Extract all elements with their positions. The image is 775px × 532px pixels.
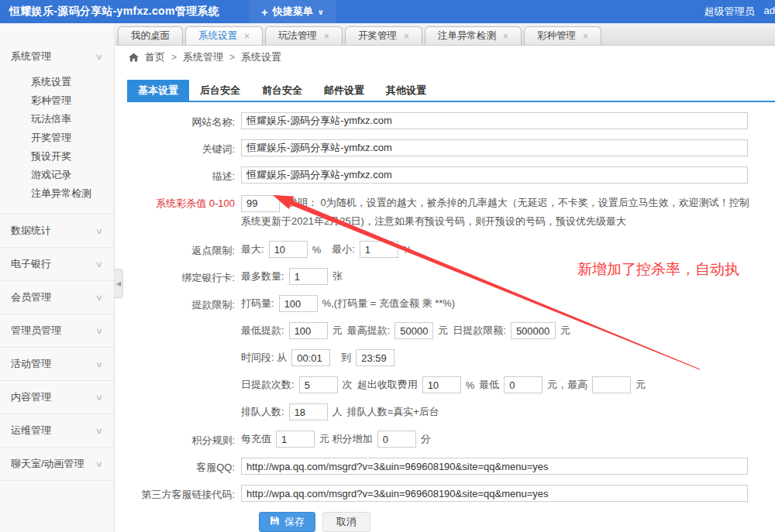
- breadcrumb: 首页 > 系统管理 > 系统设置: [115, 46, 775, 69]
- sidebar-group-contents-header[interactable]: 内容管理 ∨: [0, 381, 114, 414]
- queue-unit: 人: [332, 405, 343, 419]
- sidebar-group-label: 会员管理: [11, 290, 51, 304]
- chevron-down-icon: ∨: [95, 52, 103, 62]
- sidebar-group-ops-header[interactable]: 运维管理 ∨: [0, 414, 114, 447]
- keywords-input[interactable]: [241, 139, 748, 156]
- min-withdraw-unit: 元: [332, 324, 343, 338]
- quick-menu-label: 快捷菜单: [273, 5, 313, 19]
- website-name-input[interactable]: [241, 112, 748, 129]
- kill-value-note: 说明： 0为随机，设置的越大，被杀掉的几率越大（无延迟，不卡奖，设置后立马生效，…: [241, 197, 749, 227]
- tab-basic-settings[interactable]: 基本设置: [127, 80, 189, 101]
- third-party-row: 第三方客服链接代码:: [127, 485, 775, 502]
- third-party-input[interactable]: [241, 485, 748, 502]
- quick-menu-button[interactable]: + 快捷菜单 ∨: [249, 0, 336, 23]
- rebate-row: 返点限制: 最大: % 最小: %: [127, 241, 775, 258]
- tab-other-settings[interactable]: 其他设置: [375, 80, 437, 101]
- rebate-min-input[interactable]: [360, 241, 398, 258]
- points-mid-label: 元 积分增加: [319, 432, 373, 446]
- sidebar-group-admins-header[interactable]: 管理员管理 ∨: [0, 314, 114, 347]
- sidebar-group-label: 系统管理: [11, 50, 51, 63]
- sidebar-item-draw-manage[interactable]: 开奖管理: [0, 129, 114, 147]
- sidebar-group-members-header[interactable]: 会员管理 ∨: [0, 281, 114, 314]
- chevron-down-icon: ∨: [95, 326, 103, 336]
- tab-backend-security[interactable]: 后台安全: [189, 80, 251, 101]
- rebate-label: 返点限制:: [127, 241, 241, 258]
- sidebar-group-system: 系统管理 ∨ 系统设置 彩种管理 玩法倍率 开奖管理 预设开奖 游戏记录 注单异…: [0, 40, 114, 215]
- save-icon: [270, 516, 280, 528]
- bank-card-qty-input[interactable]: [289, 268, 328, 285]
- sidebar-item-lottery-manage[interactable]: 彩种管理: [0, 91, 114, 110]
- queue-empty-label: [127, 403, 241, 407]
- close-icon[interactable]: ×: [503, 32, 508, 41]
- rebate-max-input[interactable]: [269, 241, 308, 258]
- daily-times-unit: 次: [343, 378, 353, 392]
- tab-lottery-manage[interactable]: 彩种管理 ×: [524, 26, 601, 45]
- time-from-input[interactable]: [291, 349, 330, 366]
- tab-frontend-security[interactable]: 前台安全: [251, 80, 313, 101]
- fee-min-input[interactable]: [504, 376, 542, 393]
- tab-play-manage[interactable]: 玩法管理 ×: [265, 26, 343, 45]
- user-role[interactable]: 超级管理员: [704, 5, 755, 19]
- max-withdraw-label: 最高提款:: [347, 324, 391, 338]
- user-name[interactable]: ad: [764, 5, 775, 19]
- time-range-row: 时间段: 从 到: [127, 349, 775, 366]
- description-input[interactable]: [241, 166, 748, 184]
- daily-limit-input[interactable]: [511, 322, 556, 339]
- cancel-button[interactable]: 取消: [322, 512, 370, 532]
- sidebar-group-stats-header[interactable]: 数据统计 ∨: [0, 215, 114, 247]
- points-per-label: 每充值: [241, 432, 271, 446]
- breadcrumb-separator: >: [229, 52, 235, 63]
- points-per-input[interactable]: [276, 431, 315, 448]
- sidebar-item-preset-draw[interactable]: 预设开奖: [0, 147, 114, 166]
- tab-draw-manage[interactable]: 开奖管理 ×: [345, 26, 422, 45]
- breadcrumb-system-manage[interactable]: 系统管理: [183, 50, 223, 64]
- time-to-input[interactable]: [356, 349, 394, 366]
- points-add-input[interactable]: [377, 431, 416, 448]
- bank-card-unit: 张: [332, 269, 343, 283]
- tab-my-desktop[interactable]: 我的桌面: [118, 26, 183, 45]
- sidebar-item-bet-anomaly[interactable]: 注单异常检测: [0, 184, 114, 203]
- close-icon[interactable]: ×: [244, 32, 250, 41]
- sidebar-collapse-handle[interactable]: ◀: [115, 269, 123, 298]
- close-icon[interactable]: ×: [324, 32, 329, 41]
- sidebar-item-play-odds[interactable]: 玩法倍率: [0, 110, 114, 129]
- sidebar-group-ebank-header[interactable]: 电子银行 ∨: [0, 248, 114, 280]
- min-withdraw-input[interactable]: [289, 322, 328, 339]
- settings-tab-bar: 基本设置 后台安全 前台安全 邮件设置 其他设置: [127, 80, 775, 102]
- sidebar-group-label: 活动管理: [11, 357, 51, 371]
- time-to-label: 到: [341, 351, 351, 365]
- dama-input[interactable]: [279, 295, 318, 312]
- breadcrumb-home[interactable]: 首页: [145, 50, 165, 64]
- kill-value-input[interactable]: [241, 195, 280, 212]
- fee-max-unit: 元: [636, 378, 646, 392]
- service-qq-input[interactable]: [241, 458, 748, 475]
- tab-system-settings[interactable]: 系统设置 ×: [185, 26, 263, 45]
- sidebar-group-activities-header[interactable]: 活动管理 ∨: [0, 348, 114, 380]
- daily-limit-label: 日提款限额:: [453, 324, 506, 338]
- daily-times-input[interactable]: [299, 376, 338, 393]
- chevron-down-icon: ∨: [95, 226, 103, 236]
- tab-bet-anomaly[interactable]: 注单异常检测 ×: [425, 26, 522, 45]
- sidebar-item-game-records[interactable]: 游戏记录: [0, 166, 114, 184]
- rebate-min-label: 最小:: [332, 242, 355, 256]
- description-row: 描述:: [127, 166, 775, 184]
- sidebar-group-system-header[interactable]: 系统管理 ∨: [0, 40, 114, 73]
- sidebar-group-chatroom-header[interactable]: 聊天室/动画管理 ∨: [0, 448, 114, 480]
- service-qq-row: 客服QQ:: [127, 458, 775, 475]
- sidebar-group-label: 数据统计: [11, 224, 51, 238]
- close-icon[interactable]: ×: [583, 32, 588, 41]
- tab-bar: 我的桌面 系统设置 × 玩法管理 × 开奖管理 × 注单异常检测 × 彩种管理 …: [115, 23, 775, 46]
- queue-label: 排队人数:: [241, 405, 284, 419]
- withdraw-limit-row: 提款限制: 打码量: %,(打码量 = 充值金额 乘 **%): [127, 295, 775, 312]
- close-icon[interactable]: ×: [404, 32, 409, 41]
- fee-input[interactable]: [422, 376, 461, 393]
- rebate-max-label: 最大:: [241, 242, 264, 256]
- sidebar-item-system-settings[interactable]: 系统设置: [0, 73, 114, 91]
- max-withdraw-input[interactable]: [394, 322, 433, 339]
- save-button[interactable]: 保存: [259, 512, 315, 532]
- chevron-left-icon: ◀: [116, 280, 121, 287]
- fee-max-input[interactable]: [592, 376, 631, 393]
- tab-mail-settings[interactable]: 邮件设置: [313, 80, 375, 101]
- dama-suffix: %,(打码量 = 充值金额 乘 **%): [322, 297, 456, 311]
- queue-input[interactable]: [289, 403, 328, 420]
